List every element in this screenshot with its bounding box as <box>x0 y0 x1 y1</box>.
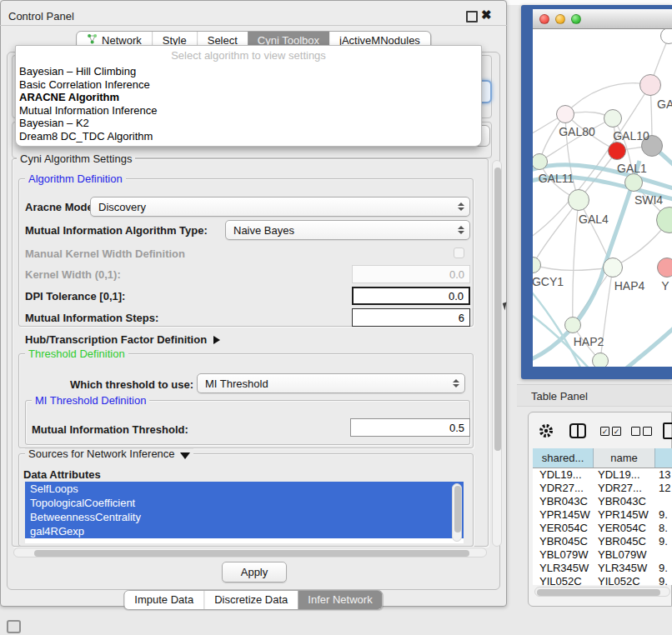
deselect-all-icon-2[interactable] <box>643 427 652 436</box>
deselect-all-icon[interactable] <box>631 427 640 436</box>
algorithm-option[interactable]: Bayesian – Hill Climbing <box>19 65 478 78</box>
attribute-item[interactable]: TopologicalCoefficient <box>25 496 464 510</box>
algorithm-option[interactable]: Basic Correlation Inference <box>19 78 478 92</box>
collapsed-panel-icon[interactable] <box>7 620 21 633</box>
attributes-scrollbar-thumb[interactable] <box>454 486 461 532</box>
page-icon[interactable] <box>663 422 672 439</box>
table-cell: YBR045C <box>533 535 594 548</box>
node-label: GCY1 <box>533 275 564 288</box>
gear-icon[interactable] <box>538 422 554 442</box>
mi-steps-label: Mutual Information Steps: <box>25 312 158 324</box>
stepper-icon <box>458 202 464 211</box>
hub-definition-label: Hub/Transcription Factor Definition <box>25 333 207 346</box>
table-cell: YBL079W <box>594 548 655 562</box>
table-cell: YBR043C <box>594 495 655 508</box>
settings-vscrollbar-thumb[interactable] <box>494 168 501 451</box>
table-cell: YBR043C <box>533 495 594 508</box>
which-threshold-label: Which threshold to use: <box>70 378 193 391</box>
control-panel-bottom-tabs: Impute DataDiscretize DataInfer Network <box>123 590 383 610</box>
float-window-icon[interactable] <box>466 11 478 22</box>
network-node-gal80[interactable] <box>556 105 574 123</box>
algorithm-option[interactable]: Bayesian – K2 <box>19 117 478 130</box>
column-header-clipped[interactable] <box>655 448 672 468</box>
minimize-traffic-icon[interactable] <box>555 14 565 24</box>
mi-steps-field[interactable]: 6 <box>352 308 470 327</box>
which-threshold-combo[interactable]: MI Threshold <box>197 373 465 393</box>
network-node-y[interactable] <box>657 258 672 278</box>
table-row[interactable]: YBR045CYBR045C9. <box>533 535 672 548</box>
stepper-icon <box>458 226 464 234</box>
dpi-tolerance-field[interactable]: 0.0 <box>352 287 470 305</box>
mi-threshold-field[interactable]: 0.5 <box>350 418 470 437</box>
manual-kernel-width-checkbox[interactable] <box>454 248 464 258</box>
kernel-width-field[interactable]: 0.0 <box>352 265 470 283</box>
table-row[interactable]: YER054CYER054C8. <box>533 522 672 535</box>
close-traffic-icon[interactable] <box>539 14 549 24</box>
table-cell: 9. <box>655 562 672 575</box>
tab-infer-network[interactable]: Infer Network <box>298 591 382 609</box>
attribute-item[interactable]: BetweennessCentrality <box>25 510 464 524</box>
select-all-icon-2[interactable]: ✓ <box>612 427 621 436</box>
table-cell: YDL19... <box>533 468 594 482</box>
table-row[interactable]: YBR043CYBR043C <box>533 495 672 508</box>
network-canvas[interactable]: GALGAL80GAL10GAL1GAL11SWI4GAL4GCY1HAP4YH… <box>533 29 672 367</box>
zoom-traffic-icon[interactable] <box>571 14 581 24</box>
table-row[interactable]: YLR345WYLR345W9. <box>533 562 672 575</box>
tab-discretize-data[interactable]: Discretize Data <box>203 591 298 609</box>
algorithm-option[interactable]: Mutual Information Inference <box>19 104 478 118</box>
select-all-icon[interactable]: ✓ <box>600 427 609 436</box>
table-row[interactable]: YIL052CYIL052C9. <box>533 575 672 585</box>
settings-hscrollbar[interactable] <box>13 548 487 558</box>
network-node-gal4[interactable] <box>568 189 589 211</box>
table-row[interactable]: YPR145WYPR145W9. <box>533 508 672 522</box>
screen: Control Panel ✖ NetworkStyleSelectCyni T… <box>0 0 672 635</box>
network-node-hap4[interactable] <box>603 258 623 278</box>
attribute-item[interactable]: SelfLoops <box>25 482 464 496</box>
table-cell: YER054C <box>594 522 655 535</box>
network-node-gal1[interactable] <box>608 142 626 160</box>
column-header-name[interactable]: name <box>594 448 655 468</box>
table-cell: YIL052C <box>594 575 655 585</box>
sources-legend-label: Sources for Network Inference <box>28 448 175 460</box>
table-hscrollbar-thumb[interactable] <box>537 589 660 596</box>
network-node-gal[interactable] <box>639 74 661 96</box>
table-row[interactable]: YDL19...YDL19...13 <box>533 468 672 482</box>
hub-definition-toggle[interactable]: Hub/Transcription Factor Definition <box>25 333 220 346</box>
node-label: GAL10 <box>613 129 649 142</box>
table-body[interactable]: YDL19...YDL19...13YDR27...YDR27...12YBR0… <box>533 468 672 585</box>
apply-button[interactable]: Apply <box>222 562 287 582</box>
table-header-row: shared... name <box>533 448 672 468</box>
table-cell: 9. <box>655 575 672 585</box>
table-hscrollbar[interactable] <box>534 587 670 597</box>
column-header-shared[interactable]: shared... <box>533 448 594 468</box>
close-window-icon[interactable]: ✖ <box>481 8 492 22</box>
network-node[interactable] <box>592 352 609 367</box>
algorithm-option[interactable]: ARACNE Algorithm <box>19 91 478 104</box>
algorithm-option[interactable]: Dream8 DC_TDC Algorithm <box>19 130 478 143</box>
network-node-gal10[interactable] <box>604 109 622 128</box>
network-node-swi4[interactable] <box>624 173 643 192</box>
network-node-hap2[interactable] <box>564 317 581 333</box>
mi-type-combo[interactable]: Naive Bayes <box>225 220 470 240</box>
aracne-mode-combo[interactable]: Discovery <box>90 197 470 217</box>
table-cell: 9. <box>655 535 672 548</box>
table-row[interactable]: YBL079WYBL079W <box>533 548 672 562</box>
tab-impute-data[interactable]: Impute Data <box>124 591 203 609</box>
algorithm-dropdown-popup: Select algorithm to view settings Bayesi… <box>15 45 482 147</box>
table-row[interactable]: YDR27...YDR27...12 <box>533 482 672 495</box>
titlebar-divider <box>0 25 507 26</box>
dpi-tolerance-label: DPI Tolerance [0,1]: <box>25 290 125 302</box>
algorithm-options-list: Bayesian – Hill ClimbingBasic Correlatio… <box>19 65 478 142</box>
settings-hscrollbar-thumb[interactable] <box>34 550 469 557</box>
table-cell: YIL052C <box>533 575 594 585</box>
threshold-definition-legend: Threshold Definition <box>25 348 128 359</box>
network-window-titlebar[interactable] <box>533 9 672 29</box>
which-threshold-value: MI Threshold <box>205 378 268 390</box>
attributes-scrollbar[interactable] <box>452 483 462 542</box>
settings-vscrollbar[interactable] <box>492 160 502 547</box>
column-view-icon[interactable] <box>569 423 586 438</box>
sources-legend[interactable]: Sources for Network Inference <box>25 448 193 459</box>
table-cell: 12 <box>655 482 672 495</box>
attribute-item[interactable]: gal4RGexp <box>25 524 464 538</box>
table-cell: YBR045C <box>594 535 655 548</box>
